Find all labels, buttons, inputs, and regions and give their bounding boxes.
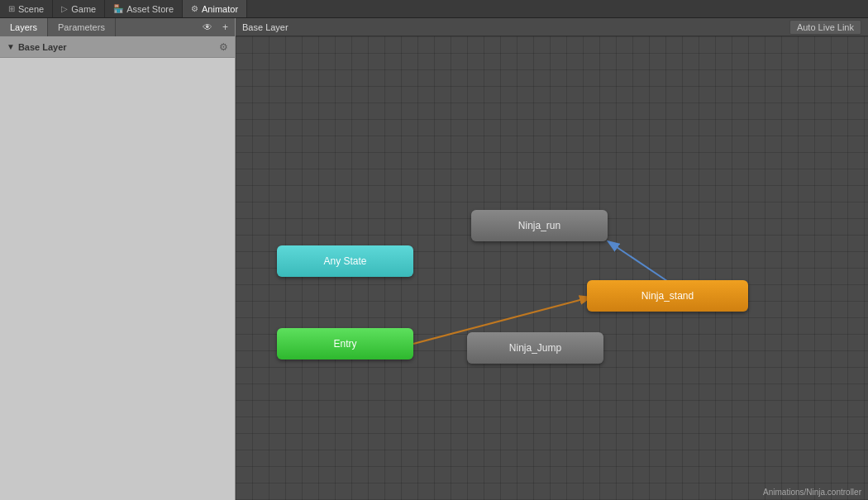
node-entry[interactable]: Entry [277,328,413,360]
status-bar: Animations/Ninja.controller [763,483,868,500]
tab-parameters[interactable]: Parameters [48,18,116,36]
tab-game[interactable]: ▷ Game [53,0,105,17]
panel-header: ▼ Base Layer ⚙ [0,36,235,58]
auto-live-link-button[interactable]: Auto Live Link [789,20,861,35]
panel-content [0,58,235,500]
game-icon: ▷ [61,4,68,13]
tab-asset-store-label: Asset Store [126,4,174,14]
panel-tabs: Layers Parameters 👁 + [0,18,235,36]
tab-asset-store[interactable]: 🏪 Asset Store [105,0,183,17]
collapse-icon: ▼ [7,42,15,51]
canvas-title: Base Layer [242,22,289,32]
top-tab-bar: ⊞ Scene ▷ Game 🏪 Asset Store ⚙ Animator [0,0,868,18]
tab-scene[interactable]: ⊞ Scene [0,0,53,17]
eye-icon[interactable]: 👁 [199,20,216,35]
ninja-run-label: Ninja_run [518,220,560,231]
store-icon: 🏪 [113,4,123,13]
status-text: Animations/Ninja.controller [763,488,861,497]
any-state-label: Any State [323,255,366,267]
animator-icon: ⚙ [191,4,198,13]
settings-icon[interactable]: ⚙ [219,41,228,53]
tab-game-label: Game [71,4,96,14]
main-layout: Layers Parameters 👁 + ▼ Base Layer ⚙ Bas… [0,18,868,500]
entry-label: Entry [333,338,356,350]
tab-parameters-label: Parameters [58,22,105,32]
grid-canvas[interactable]: Any State Entry Ninja_run Ninja_stand Ni… [236,36,868,500]
node-ninja-run[interactable]: Ninja_run [471,210,608,241]
canvas-area: Base Layer Auto Live Link [236,18,868,500]
node-ninja-stand[interactable]: Ninja_stand [587,280,748,312]
node-any-state[interactable]: Any State [277,245,413,277]
scene-icon: ⊞ [8,4,15,13]
tab-layers[interactable]: Layers [0,18,48,36]
ninja-stand-label: Ninja_stand [641,290,694,302]
panel-tab-icons: 👁 + [199,20,235,35]
tab-layers-label: Layers [10,22,37,32]
canvas-header: Base Layer Auto Live Link [236,18,868,36]
tab-scene-label: Scene [18,4,44,14]
tab-animator[interactable]: ⚙ Animator [183,0,247,17]
ninja-jump-label: Ninja_Jump [509,342,561,354]
left-panel: Layers Parameters 👁 + ▼ Base Layer ⚙ [0,18,236,500]
plus-icon[interactable]: + [219,20,231,35]
node-ninja-jump[interactable]: Ninja_Jump [467,332,603,364]
tab-animator-label: Animator [202,4,238,14]
panel-header-title: ▼ Base Layer [7,42,67,52]
base-layer-title: Base Layer [18,42,67,52]
arrow-ninjastand-to-ninjarun [609,242,667,281]
